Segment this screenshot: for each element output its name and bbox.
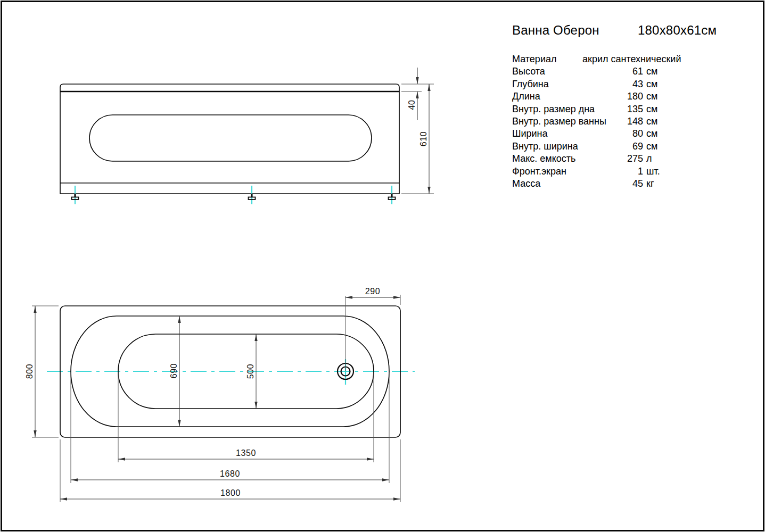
spec-row-material: Материал акрил сантехнический <box>512 53 717 65</box>
spec-value-unit: шт. <box>646 165 660 178</box>
front-view-dimensions: 40 610 <box>401 68 434 194</box>
spec-label: Высота <box>512 65 625 78</box>
spec-row-inner-bath-size: Внутр. размер ванны 148 см <box>512 115 717 128</box>
spec-value-number: 135 <box>625 103 643 115</box>
foot-right <box>389 186 396 204</box>
spec-row-width: Ширина 80 см <box>512 128 717 140</box>
spec-row-max-capacity: Макс. емкость 275 л <box>512 153 717 165</box>
info-panel: Ванна Оберон 180x80x61см Материал акрил … <box>512 23 717 190</box>
top-view-extension-lines <box>32 295 400 502</box>
dim-1680-label: 1680 <box>220 469 240 478</box>
front-recess-outline <box>89 115 372 161</box>
spec-value-unit: см <box>646 90 657 103</box>
dim-290-label: 290 <box>365 287 381 296</box>
foot-center <box>249 186 256 204</box>
product-size: 180x80x61см <box>638 23 717 37</box>
foot-left <box>72 186 79 204</box>
spec-value-unit: см <box>646 115 657 128</box>
dim-1800-label: 1800 <box>220 488 241 497</box>
spec-value-number: 148 <box>625 115 643 128</box>
title-row: Ванна Оберон 180x80x61см <box>512 23 717 37</box>
dim-690-label: 690 <box>169 363 178 379</box>
spec-label: Длина <box>512 90 625 103</box>
spec-value-unit: см <box>646 140 657 153</box>
spec-label: Внутр. размер ванны <box>512 115 625 128</box>
spec-value-unit: см <box>646 103 657 115</box>
spec-value-unit: см <box>646 65 657 78</box>
spec-row-weight: Масса 45 кг <box>512 178 717 190</box>
dim-610-label: 610 <box>419 131 428 147</box>
spec-value-number: 69 <box>625 140 643 153</box>
spec-value-number: 45 <box>625 178 643 190</box>
spec-row-inner-bottom-size: Внутр. размер дна 135 см <box>512 103 717 115</box>
spec-row-length: Длина 180 см <box>512 90 717 103</box>
spec-row-height: Высота 61 см <box>512 65 717 78</box>
top-view-dimensions: 290 800 690 500 1350 1680 1800 <box>25 287 400 499</box>
spec-value-unit: кг <box>646 178 654 190</box>
spec-row-front-panel: Фронт.экран 1 шт. <box>512 165 717 178</box>
front-view: 40 610 <box>60 68 434 204</box>
spec-row-depth: Глубина 43 см <box>512 78 717 90</box>
spec-label: Глубина <box>512 78 625 90</box>
dim-500-label: 500 <box>246 364 255 379</box>
spec-value-unit: л <box>646 153 652 165</box>
spec-table: Материал акрил сантехнический Высота 61 … <box>512 53 717 190</box>
product-title: Ванна Оберон <box>512 23 638 37</box>
spec-value-number: 61 <box>625 65 643 78</box>
spec-value-unit: см <box>646 78 657 90</box>
spec-value-number: 1 <box>625 165 643 178</box>
page: { "title": { "product": "Ванна Оберон", … <box>0 0 765 532</box>
front-panel-outline <box>60 84 399 194</box>
spec-value-number: 180 <box>625 90 643 103</box>
spec-value-number: 275 <box>625 153 643 165</box>
spec-label: Материал <box>512 53 582 65</box>
spec-value-number: 80 <box>625 128 643 140</box>
spec-label: Масса <box>512 178 625 190</box>
spec-label: Внутр. размер дна <box>512 103 625 115</box>
spec-label: Внутр. ширина <box>512 140 625 153</box>
spec-value-unit: см <box>646 128 657 140</box>
dim-40-label: 40 <box>407 100 416 110</box>
spec-row-inner-width: Внутр. ширина 69 см <box>512 140 717 153</box>
top-view: 290 800 690 500 1350 1680 1800 <box>25 287 415 502</box>
dim-800-label: 800 <box>25 364 34 379</box>
spec-value-number: 43 <box>625 78 643 90</box>
spec-label: Фронт.экран <box>512 165 625 178</box>
spec-label: Ширина <box>512 128 625 140</box>
dim-1350-label: 1350 <box>236 448 256 458</box>
spec-value: акрил сантехнический <box>582 53 681 65</box>
spec-label: Макс. емкость <box>512 153 625 165</box>
